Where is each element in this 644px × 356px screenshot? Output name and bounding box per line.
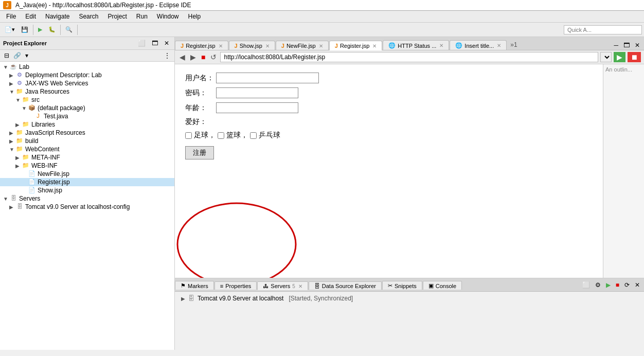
bottom-tab-servers[interactable]: 🖧 Servers 5 ✕ — [257, 281, 308, 290]
tree-item-web-inf[interactable]: ▶ 📁 WEB-INF — [0, 162, 174, 170]
tab-overflow[interactable]: »1 — [507, 40, 520, 50]
tab-http-status[interactable]: 🌐 HTTP Status ... ✕ — [383, 40, 449, 50]
bottom-tab-properties[interactable]: ≡ Properties — [214, 281, 257, 290]
tree-item-build[interactable]: ▶ 📁 build — [0, 137, 174, 145]
tree-item-libraries[interactable]: ▶ 📁 Libraries — [0, 120, 174, 129]
go-button[interactable]: ▶ — [614, 52, 625, 62]
editor-maximize-btn[interactable]: 🗖 — [621, 41, 632, 50]
explorer-close[interactable]: ✕ — [162, 39, 171, 48]
tree-item-jaxws[interactable]: ▶ ⚙ JAX-WS Web Services — [0, 79, 174, 87]
toolbar-run[interactable]: ▶ — [35, 25, 45, 34]
bottom-tab-markers[interactable]: ⚑ Markers — [175, 281, 214, 290]
link-editor-btn[interactable]: 🔗 — [11, 51, 23, 60]
bottom-tab-console[interactable]: ▣ Console — [423, 281, 462, 290]
tab-close-register-2[interactable]: ✕ — [372, 43, 377, 49]
tab-close-http[interactable]: ✕ — [439, 43, 443, 48]
tree-item-test-java[interactable]: J Test.java — [0, 112, 174, 120]
tab-insert-title[interactable]: 🌐 Insert title... ✕ — [450, 40, 507, 50]
tree-item-webcontent[interactable]: ▼ 📁 WebContent — [0, 145, 174, 153]
toolbar-save[interactable]: 💾 — [19, 25, 31, 34]
tree-arrow-build[interactable]: ▶ — [9, 138, 15, 144]
tab-register-jsp-1[interactable]: J Register.jsp ✕ — [175, 41, 228, 50]
basketball-checkbox[interactable] — [218, 132, 224, 139]
password-input[interactable] — [216, 87, 298, 98]
menu-item-navigate[interactable]: Navigate — [41, 12, 74, 21]
tree-arrow-meta-inf[interactable]: ▶ — [15, 155, 22, 161]
toolbar-new[interactable]: 📄▾ — [2, 25, 17, 34]
editor-close-btn[interactable]: ✕ — [633, 41, 642, 50]
editor-minimize-btn[interactable]: ─ — [612, 41, 620, 50]
tree-arrow-default-pkg[interactable]: ▼ — [22, 105, 28, 111]
tree-arrow-web-inf[interactable]: ▶ — [15, 163, 22, 169]
menu-item-run[interactable]: Run — [132, 12, 152, 21]
tree-arrow-jaxws[interactable]: ▶ — [9, 81, 15, 86]
bottom-close-btn[interactable]: ✕ — [633, 280, 642, 290]
bottom-stop-btn[interactable]: ■ — [614, 280, 621, 290]
bottom-toolbar-btn5[interactable]: ⟳ — [622, 280, 632, 290]
menu-item-file[interactable]: File — [2, 12, 20, 21]
bottom-run-btn[interactable]: ▶ — [604, 280, 613, 290]
pingpong-checkbox[interactable] — [250, 132, 257, 139]
tab-close-show[interactable]: ✕ — [265, 43, 270, 49]
bottom-toolbar-btn2[interactable]: ⚙ — [593, 280, 603, 290]
tree-arrow-webcontent[interactable]: ▼ — [9, 147, 15, 152]
stop-button[interactable]: ■ — [200, 52, 207, 62]
menu-item-window[interactable]: Window — [153, 12, 183, 21]
tab-show-jsp[interactable]: J Show.jsp ✕ — [229, 41, 275, 50]
tree-item-lab[interactable]: ▼ ☕ Lab — [0, 63, 174, 71]
tree-item-servers-root[interactable]: ▼ 🗄 Servers — [0, 194, 174, 203]
tree-arrow-src[interactable]: ▼ — [15, 97, 22, 103]
url-bar[interactable]: http://localhost:8080/Lab/Register.jsp — [220, 52, 598, 62]
tree-arrow-js-resources[interactable]: ▶ — [9, 130, 15, 136]
tree-item-register-jsp[interactable]: 📄 Register.jsp — [0, 178, 174, 186]
toolbar-search[interactable]: 🔍 — [63, 25, 75, 34]
tree-item-newfile-jsp[interactable]: 📄 NewFile.jsp — [0, 170, 174, 178]
menu-item-search[interactable]: Search — [75, 12, 102, 21]
server-list-item[interactable]: ▶ 🗄 Tomcat v9.0 Server at localhost [Sta… — [179, 294, 640, 303]
tab-newfile-jsp[interactable]: J NewFile.jsp ✕ — [276, 41, 329, 50]
bottom-toolbar-btn1[interactable]: ⬜ — [580, 280, 592, 290]
forward-button[interactable]: ▶ — [189, 52, 198, 62]
tab-close-insert[interactable]: ✕ — [497, 43, 501, 48]
tree-item-java-resources[interactable]: ▼ 📁 Java Resources — [0, 87, 174, 96]
explorer-maximize[interactable]: 🗖 — [150, 39, 160, 48]
explorer-view-menu[interactable]: ▾ — [23, 51, 30, 60]
tree-arrow-lab[interactable]: ▼ — [3, 64, 9, 70]
deployment-icon: ⚙ — [15, 72, 24, 79]
menu-item-help[interactable]: Help — [184, 12, 205, 21]
server-expand-arrow[interactable]: ▶ — [181, 296, 185, 301]
tree-item-js-resources[interactable]: ▶ 📁 JavaScript Resources — [0, 129, 174, 137]
tree-arrow-tomcat[interactable]: ▶ — [9, 204, 15, 210]
explorer-minimize[interactable]: ⬜ — [136, 39, 148, 48]
tab-close-newfile[interactable]: ✕ — [319, 43, 323, 49]
submit-button[interactable]: 注册 — [185, 146, 214, 159]
tree-arrow-deployment[interactable]: ▶ — [9, 73, 15, 78]
servers-tab-close[interactable]: ✕ — [298, 283, 302, 289]
tree-item-src[interactable]: ▼ 📁 src — [0, 96, 174, 104]
tree-item-deployment[interactable]: ▶ ⚙ Deployment Descriptor: Lab — [0, 71, 174, 79]
menu-item-project[interactable]: Project — [103, 12, 131, 21]
bottom-tab-datasource[interactable]: 🗄 Data Source Explorer — [309, 281, 382, 290]
tree-arrow-libraries[interactable]: ▶ — [15, 122, 22, 128]
url-dropdown[interactable] — [600, 52, 612, 62]
quick-access-input[interactable] — [564, 25, 642, 34]
tab-register-jsp-2[interactable]: J Register.jsp ✕ — [329, 41, 383, 50]
soccer-checkbox[interactable] — [185, 132, 192, 139]
explorer-options[interactable]: ⋮ — [162, 51, 172, 60]
tree-arrow-servers-root[interactable]: ▼ — [3, 196, 9, 202]
tree-item-meta-inf[interactable]: ▶ 📁 META-INF — [0, 153, 174, 162]
menu-item-edit[interactable]: Edit — [21, 12, 40, 21]
collapse-all-btn[interactable]: ⊟ — [2, 51, 11, 60]
age-input[interactable] — [216, 102, 298, 113]
tree-item-tomcat[interactable]: ▶ 🗄 Tomcat v9.0 Server at localhost-conf… — [0, 203, 174, 211]
tree-item-default-pkg[interactable]: ▼ 📦 (default package) — [0, 104, 174, 112]
refresh-button[interactable]: ↺ — [209, 52, 218, 62]
back-button[interactable]: ◀ — [178, 52, 187, 62]
tree-item-show-jsp[interactable]: 📄 Show.jsp — [0, 186, 174, 194]
tab-close-register-1[interactable]: ✕ — [219, 43, 223, 49]
stop-loading-button[interactable]: ⏹ — [628, 52, 641, 62]
username-input[interactable] — [216, 73, 319, 83]
bottom-tab-snippets[interactable]: ✂ Snippets — [382, 281, 422, 290]
toolbar-debug[interactable]: 🐛 — [46, 25, 58, 34]
tree-arrow-java-resources[interactable]: ▼ — [9, 89, 15, 95]
